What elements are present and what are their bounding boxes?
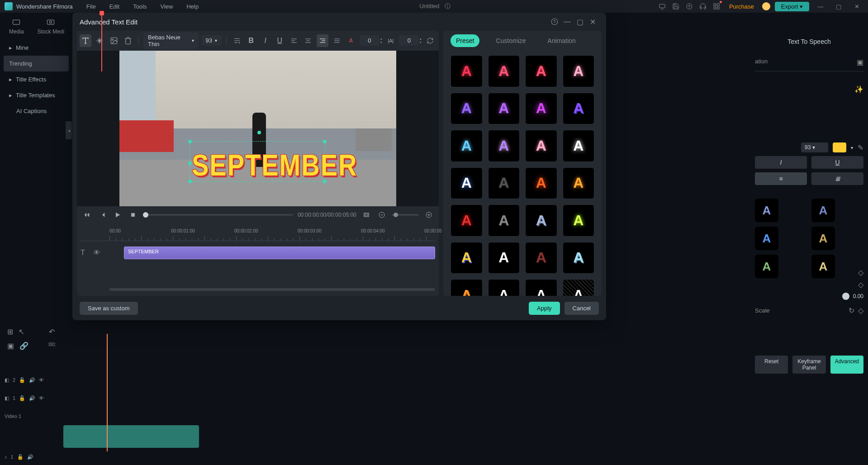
preset-style-item[interactable]: A [525,130,557,162]
preset-style-item[interactable]: A [525,93,557,125]
bold-icon[interactable]: B [246,34,257,47]
modal-maximize-icon[interactable]: ▢ [574,15,586,28]
menu-tools[interactable]: Tools [133,3,147,10]
keyframe-diamond-icon[interactable]: ◇ [858,280,863,289]
stock-media-tab[interactable]: Stock Medi [38,18,64,35]
save-as-custom-button[interactable]: Save as custom [80,302,138,315]
preset-style-item[interactable]: A [488,242,520,274]
text-track-icon[interactable]: T [81,249,90,257]
sidebar-item-title-effects[interactable]: ▸Title Effects [0,71,72,87]
timeline-cursor-icon[interactable]: ↖ [19,327,24,336]
preset-style-item[interactable]: A [451,55,483,87]
preset-style-item[interactable]: A [525,167,557,199]
video-clip[interactable] [63,425,199,448]
keyframe-diamond-icon[interactable]: ◇ [858,306,863,315]
upload-icon[interactable] [685,2,694,11]
timeline-link-icon[interactable]: 🔗 [19,342,28,350]
preset-style-item[interactable]: A [563,55,595,87]
line-spacing-input[interactable] [399,35,419,46]
avatar-icon[interactable] [762,2,770,10]
align-right-icon[interactable] [317,34,328,47]
preset-style-item[interactable]: A [488,204,520,237]
preview-canvas[interactable]: SEPTEMBER [77,51,439,206]
preset-style-item[interactable]: A [488,130,520,162]
slider-handle[interactable] [842,293,849,300]
bg-preset-style-item[interactable]: A [755,199,778,222]
zoom-in-icon[interactable] [423,209,434,220]
expand-icon[interactable]: ▣ [857,58,863,66]
sidebar-item-title-templates[interactable]: ▸Title Templates [0,87,72,103]
menu-edit[interactable]: Edit [109,3,119,10]
delete-icon[interactable] [123,34,134,47]
timeline-marker-icon[interactable]: ▣ [7,342,14,350]
mini-playhead[interactable] [101,31,102,71]
preset-style-item[interactable]: A [525,204,557,237]
tab-customize[interactable]: Customize [490,34,531,47]
spacing-up-icon[interactable]: ▴ [380,37,382,41]
preset-style-item[interactable]: A [563,242,595,274]
preset-style-item[interactable]: A [563,279,595,296]
preview-text-overlay[interactable]: SEPTEMBER [192,147,358,182]
text-color-icon[interactable] [345,34,357,47]
export-button[interactable]: Export ▾ [775,2,809,11]
prev-frame-icon[interactable] [81,209,92,220]
sidebar-item-ai-captions[interactable]: AI Captions [0,103,72,119]
apply-button[interactable]: Apply [529,302,560,315]
char-spacing-input[interactable] [360,35,379,46]
playback-scrubber[interactable] [143,214,293,216]
purchase-button[interactable]: Purchase [729,3,754,10]
bg-preset-style-item[interactable]: A [811,227,835,250]
preset-style-item[interactable]: A [451,93,483,125]
underline-button[interactable]: U [811,156,863,169]
modal-help-icon[interactable] [548,15,561,28]
save-icon[interactable] [671,2,680,11]
preset-style-item[interactable]: A [451,242,483,274]
color-picker-icon[interactable]: ✎ [858,143,863,152]
menu-help[interactable]: Help [186,3,199,10]
tab-animation[interactable]: Animation [542,34,581,47]
tab-preset[interactable]: Preset [451,34,479,47]
image-tool-icon[interactable] [108,34,120,47]
sidebar-item-mine[interactable]: ▸Mine [0,40,72,56]
ai-enhance-icon[interactable]: ✨ [854,85,863,94]
preset-style-item[interactable]: A [563,167,595,199]
timeline-tool-icon[interactable]: ⊞ [7,327,13,336]
media-tab[interactable]: Media [9,18,24,35]
bg-preset-style-item[interactable]: A [811,199,835,222]
screen-icon[interactable] [658,2,667,11]
window-minimize[interactable]: — [814,2,827,11]
timeline-ruler[interactable]: 00:00 00:00:01:00 00:00:02:00 00:00:03:0… [81,228,435,241]
menu-file[interactable]: File [86,3,96,10]
safe-zone-icon[interactable] [361,209,372,220]
zoom-slider[interactable] [392,214,419,216]
preset-style-item[interactable]: A [451,167,483,199]
headphones-icon[interactable] [698,2,707,11]
text-color-swatch[interactable] [833,142,846,152]
align-left-icon[interactable] [288,34,300,47]
undo-icon[interactable]: ↶ [49,327,55,336]
italic-icon[interactable]: I [260,34,271,47]
preset-style-item[interactable]: A [563,204,595,237]
preset-style-item[interactable]: A [488,55,520,87]
bg-preset-style-item[interactable]: A [755,227,778,250]
preset-style-item[interactable]: A [451,204,483,237]
underline-icon[interactable]: U [274,34,286,47]
preset-style-item[interactable]: A [525,242,557,274]
line-height-icon[interactable]: |A| [385,34,397,47]
apps-icon[interactable] [712,2,721,11]
text-direction-icon[interactable] [231,34,243,47]
visibility-icon[interactable]: 👁 [93,249,102,257]
refresh-icon[interactable] [424,34,436,47]
transform-tool-icon[interactable] [94,34,106,47]
play-icon[interactable] [112,209,123,220]
timeline-track-a1[interactable]: ♪1 🔓🔊 [5,448,863,465]
spacing-down-icon[interactable]: ▾ [380,41,382,44]
timeline-track-t2[interactable]: ◧2 🔓🔊👁 [5,371,863,389]
main-playhead[interactable] [107,334,108,451]
step-back-icon[interactable] [97,209,108,220]
sidebar-collapse-icon[interactable]: ◂ [66,121,72,139]
preset-style-item[interactable]: A [488,279,520,296]
modal-close-icon[interactable]: ✕ [586,15,599,28]
zoom-out-icon[interactable] [376,209,387,220]
font-family-select[interactable]: Bebas Neue Thin ▾ [143,32,198,49]
